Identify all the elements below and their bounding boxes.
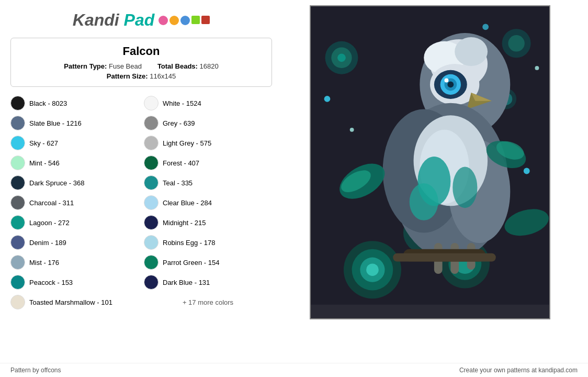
pattern-beads: Total Beads: 16820 (157, 62, 219, 70)
color-item: Robins Egg - 178 (144, 234, 272, 251)
color-label: Sky - 627 (29, 139, 58, 147)
color-swatch (10, 295, 25, 309)
logo-icon-blue (180, 16, 190, 25)
color-swatch (10, 175, 25, 190)
svg-point-31 (447, 81, 454, 87)
color-swatch (144, 136, 159, 150)
color-label: Charcoal - 311 (29, 199, 74, 207)
color-swatch (144, 215, 159, 230)
svg-point-11 (366, 263, 379, 276)
pattern-title: Falcon (19, 45, 263, 58)
more-colors-label[interactable]: + 17 more colors (183, 298, 233, 306)
color-label: Robins Egg - 178 (163, 239, 215, 247)
color-label: Dark Blue - 131 (163, 279, 210, 286)
color-item: Clear Blue - 284 (144, 194, 272, 212)
color-item: + 17 more colors (144, 293, 272, 311)
color-label: Light Grey - 575 (163, 139, 211, 147)
pattern-size: Pattern Size: 116x145 (107, 72, 176, 80)
svg-point-18 (324, 96, 331, 102)
pattern-meta: Pattern Type: Fuse Bead Total Beads: 168… (19, 62, 263, 70)
color-item: Dark Spruce - 368 (10, 174, 139, 192)
color-item: Black - 8023 (10, 94, 139, 112)
color-swatch (144, 255, 159, 270)
color-label: Grey - 639 (163, 119, 195, 127)
svg-point-19 (350, 128, 354, 132)
color-swatch (144, 175, 159, 190)
color-label: Black - 8023 (29, 99, 67, 107)
color-swatch (10, 255, 25, 270)
left-panel: Kandi Pad Falcon Pattern Type: Fuse Bead (10, 5, 272, 358)
color-label: Mint - 546 (29, 159, 60, 167)
right-panel (282, 5, 578, 358)
svg-point-41 (453, 167, 477, 208)
svg-point-22 (482, 24, 489, 30)
color-item: Charcoal - 311 (10, 194, 139, 212)
color-item: Midnight - 215 (144, 214, 272, 231)
svg-point-5 (508, 35, 524, 51)
color-label: Lagoon - 272 (29, 219, 70, 227)
color-label: Toasted Marshmallow - 101 (29, 298, 112, 306)
color-item: Denim - 189 (10, 234, 139, 251)
logo-kandi: Kandi (73, 10, 119, 29)
color-label: Dark Spruce - 368 (29, 179, 85, 187)
color-swatch (144, 195, 159, 210)
color-swatch (10, 215, 25, 230)
logo-icon-red (201, 16, 210, 24)
color-label: Parrot Green - 154 (163, 259, 219, 267)
svg-rect-47 (393, 253, 496, 262)
color-item: Lagoon - 272 (10, 214, 139, 231)
logo-icon-pink (159, 16, 168, 25)
svg-point-26 (455, 37, 488, 66)
svg-point-21 (535, 66, 539, 70)
color-item: Mist - 176 (10, 253, 139, 271)
color-item: Forest - 407 (144, 154, 272, 172)
color-item: Grey - 639 (144, 114, 272, 132)
color-label: Teal - 335 (163, 179, 193, 187)
pattern-image (310, 5, 550, 319)
color-item: Parrot Green - 154 (144, 253, 272, 271)
color-item: Sky - 627 (10, 134, 139, 152)
colors-grid: Black - 8023White - 1524Slate Blue - 121… (10, 94, 272, 311)
color-item: Peacock - 153 (10, 273, 139, 291)
logo-icons (159, 16, 210, 25)
color-label: Peacock - 153 (29, 279, 73, 286)
color-label: White - 1524 (163, 99, 201, 107)
color-label: Mist - 176 (29, 259, 59, 267)
footer-right: Create your own patterns at kandipad.com (459, 367, 578, 374)
color-swatch (10, 156, 25, 170)
color-item: Dark Blue - 131 (144, 273, 272, 291)
color-swatch (10, 275, 25, 290)
color-swatch (144, 275, 159, 290)
color-item: Toasted Marshmallow - 101 (10, 293, 139, 311)
color-swatch (144, 156, 159, 170)
color-swatch (10, 195, 25, 210)
logo-area: Kandi Pad (10, 5, 272, 32)
color-swatch (10, 136, 25, 150)
color-label: Clear Blue - 284 (163, 199, 212, 207)
color-swatch (144, 96, 159, 110)
footer: Pattern by offcons Create your own patte… (0, 363, 588, 377)
pattern-type: Pattern Type: Fuse Bead (64, 62, 142, 70)
color-item: Slate Blue - 1216 (10, 114, 139, 132)
svg-point-3 (337, 53, 346, 62)
logo-icon-green (191, 16, 200, 24)
color-item: White - 1524 (144, 94, 272, 112)
pattern-size-row: Pattern Size: 116x145 (19, 72, 263, 80)
color-swatch (144, 116, 159, 130)
color-label: Slate Blue - 1216 (29, 119, 82, 127)
pattern-info-box: Falcon Pattern Type: Fuse Bead Total Bea… (10, 38, 272, 87)
logo-pad: Pad (124, 10, 155, 29)
color-swatch (10, 235, 25, 250)
color-label: Midnight - 215 (163, 219, 206, 227)
svg-point-42 (410, 183, 438, 220)
footer-left: Pattern by offcons (10, 367, 61, 374)
logo: Kandi Pad (73, 10, 154, 30)
color-swatch (10, 96, 25, 110)
logo-icon-orange (169, 16, 179, 25)
pixel-art-svg (311, 6, 549, 305)
color-swatch (144, 235, 159, 250)
color-label: Denim - 189 (29, 239, 66, 247)
svg-point-32 (445, 79, 449, 83)
color-item: Light Grey - 575 (144, 134, 272, 152)
color-item: Mint - 546 (10, 154, 139, 172)
